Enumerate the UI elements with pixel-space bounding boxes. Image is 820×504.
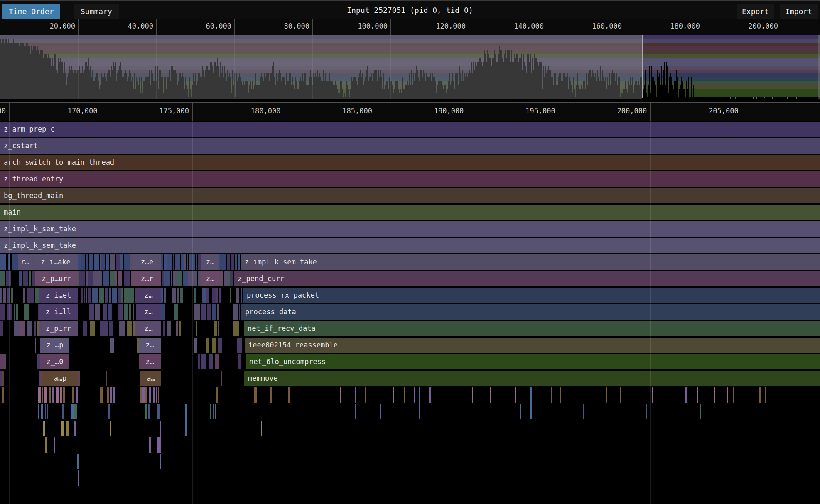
- flame-block[interactable]: [183, 271, 188, 286]
- flame-block[interactable]: [201, 354, 206, 369]
- flame-block[interactable]: [92, 288, 98, 303]
- flame-block[interactable]: [34, 321, 36, 336]
- flame-block[interactable]: [261, 421, 262, 436]
- flamegraph[interactable]: z_arm_prep_cz_cstartarch_switch_to_main_…: [0, 121, 820, 504]
- flame-block[interactable]: [164, 288, 166, 303]
- flame-block[interactable]: [108, 404, 110, 419]
- flame-block[interactable]: z_impl_k_sem_take: [0, 238, 820, 253]
- flame-block[interactable]: [270, 387, 272, 403]
- flame-block[interactable]: [81, 254, 85, 270]
- flame-block[interactable]: [236, 288, 240, 303]
- flame-block[interactable]: [101, 254, 106, 270]
- flame-block[interactable]: [560, 387, 561, 403]
- flame-block[interactable]: [71, 404, 74, 419]
- flame-block[interactable]: [129, 304, 131, 320]
- flame-block[interactable]: [216, 387, 218, 403]
- flame-block[interactable]: [179, 321, 181, 336]
- flame-block[interactable]: [111, 304, 112, 320]
- flame-block[interactable]: [160, 288, 163, 303]
- flame-block[interactable]: [27, 288, 32, 303]
- flame-block[interactable]: [124, 254, 130, 270]
- flame-block[interactable]: [133, 321, 135, 336]
- flame-block[interactable]: [220, 254, 226, 270]
- flame-block[interactable]: [88, 288, 91, 303]
- flame-block[interactable]: [404, 387, 405, 403]
- flame-block[interactable]: [184, 254, 186, 270]
- flame-block[interactable]: [231, 254, 234, 270]
- flame-block[interactable]: [86, 271, 88, 286]
- flame-block[interactable]: r…: [18, 254, 32, 270]
- flame-block[interactable]: z_thread_entry: [0, 171, 820, 187]
- flame-block[interactable]: [99, 288, 104, 303]
- flame-block[interactable]: [23, 288, 26, 303]
- flame-block[interactable]: [206, 288, 209, 303]
- flame-block[interactable]: z…: [201, 271, 219, 286]
- flame-block[interactable]: [160, 421, 161, 453]
- flame-block[interactable]: [0, 271, 5, 286]
- flame-block[interactable]: [201, 304, 206, 320]
- flame-block[interactable]: [110, 271, 115, 286]
- flame-block[interactable]: [148, 404, 150, 419]
- flame-block[interactable]: [469, 404, 469, 419]
- flame-block[interactable]: [218, 338, 222, 353]
- flame-block[interactable]: net_if_recv_data: [244, 321, 820, 336]
- flame-block[interactable]: [0, 321, 3, 336]
- flame-block[interactable]: [0, 288, 2, 303]
- flame-block[interactable]: [160, 254, 163, 270]
- flame-block[interactable]: [49, 387, 51, 403]
- flame-block[interactable]: z…e: [133, 254, 161, 270]
- flame-block[interactable]: [103, 321, 108, 336]
- flame-block[interactable]: [233, 321, 239, 336]
- flame-block[interactable]: [110, 338, 114, 353]
- flame-block[interactable]: [167, 321, 171, 336]
- flame-block[interactable]: [174, 304, 179, 320]
- flame-block[interactable]: [120, 304, 123, 320]
- flame-block[interactable]: [43, 421, 45, 436]
- flame-block[interactable]: [107, 387, 109, 403]
- flame-block[interactable]: [233, 304, 238, 320]
- flame-block[interactable]: z_impl_k_sem_take: [0, 221, 820, 237]
- flame-block[interactable]: [145, 404, 147, 419]
- flame-block[interactable]: [355, 387, 356, 403]
- flame-block[interactable]: [490, 387, 491, 403]
- flame-block[interactable]: [52, 387, 55, 403]
- flame-block[interactable]: [157, 404, 160, 419]
- flame-block[interactable]: [472, 387, 473, 403]
- flame-block[interactable]: [16, 304, 19, 320]
- flame-block[interactable]: process_rx_packet: [243, 288, 820, 303]
- flame-block[interactable]: [106, 371, 107, 386]
- flame-block[interactable]: [86, 254, 88, 270]
- flame-block[interactable]: [124, 288, 128, 303]
- flame-block[interactable]: [171, 271, 172, 286]
- flame-block[interactable]: [61, 421, 64, 436]
- flame-block[interactable]: [32, 288, 34, 303]
- flame-block[interactable]: [32, 271, 34, 286]
- flame-block[interactable]: [419, 387, 420, 419]
- flame-block[interactable]: [196, 321, 197, 336]
- flame-block[interactable]: [89, 254, 93, 270]
- flame-block[interactable]: [83, 321, 87, 336]
- flame-block[interactable]: [207, 304, 211, 320]
- flame-block[interactable]: [45, 437, 47, 453]
- flame-block[interactable]: [194, 288, 196, 303]
- flame-block[interactable]: [187, 254, 188, 270]
- flame-block[interactable]: [106, 254, 109, 270]
- flame-block[interactable]: [7, 288, 11, 303]
- flame-block[interactable]: [66, 421, 69, 436]
- flame-block[interactable]: [228, 271, 230, 286]
- flame-block[interactable]: [212, 304, 216, 320]
- flame-block[interactable]: [29, 271, 31, 286]
- tab-summary[interactable]: Summary: [74, 4, 119, 19]
- flame-block[interactable]: [194, 304, 200, 320]
- flame-block[interactable]: [100, 321, 102, 336]
- flame-block[interactable]: [60, 387, 62, 403]
- flame-block[interactable]: [81, 288, 83, 303]
- flame-block[interactable]: [646, 404, 647, 419]
- flame-block[interactable]: [78, 470, 79, 486]
- flame-block[interactable]: z_cstart: [0, 138, 820, 154]
- minimap-selection[interactable]: [642, 35, 817, 98]
- flame-block[interactable]: [121, 288, 123, 303]
- flame-block[interactable]: [216, 288, 218, 303]
- flame-block[interactable]: z_pend_curr: [234, 271, 820, 286]
- flame-block[interactable]: [727, 387, 728, 403]
